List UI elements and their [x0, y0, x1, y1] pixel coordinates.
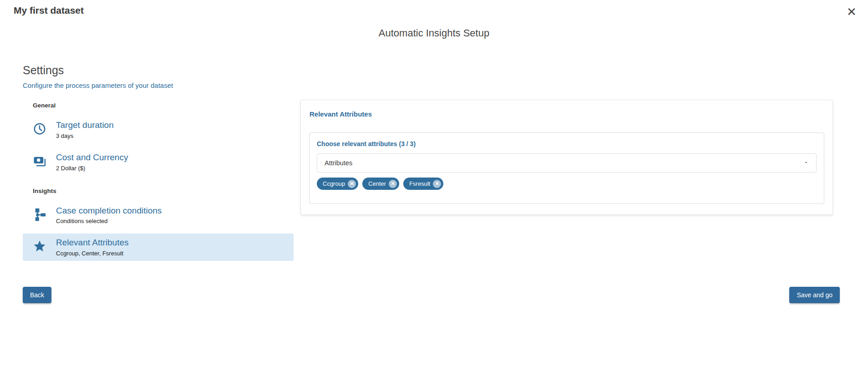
- settings-nav: General Target duration 3 days Cost and …: [23, 98, 294, 266]
- close-icon[interactable]: ✕: [843, 4, 860, 20]
- nav-item-subtitle: Conditions selected: [56, 218, 162, 224]
- chip-ccgroup[interactable]: Ccgroup ✕: [317, 178, 358, 190]
- nav-item-subtitle: 3 days: [56, 132, 114, 139]
- nav-item-case-completion-conditions[interactable]: Case completion conditions Conditions se…: [23, 202, 294, 229]
- nav-item-title: Case completion conditions: [56, 206, 162, 216]
- attribute-chooser-box: Choose relevant attributes (3 / 3) Attri…: [309, 132, 824, 204]
- nav-item-subtitle: 2 Dollar ($): [56, 165, 128, 172]
- chip-remove-icon[interactable]: ✕: [348, 180, 356, 188]
- chip-fsresult[interactable]: Fsresult ✕: [403, 178, 443, 190]
- back-button[interactable]: Back: [23, 287, 51, 303]
- chip-remove-icon[interactable]: ✕: [389, 180, 397, 188]
- nav-item-target-duration[interactable]: Target duration 3 days: [23, 116, 294, 143]
- chip-remove-icon[interactable]: ✕: [433, 180, 441, 188]
- settings-title: Settings: [23, 64, 64, 77]
- attributes-dropdown-value: Attributes: [325, 159, 803, 167]
- chip-center[interactable]: Center ✕: [362, 178, 399, 190]
- chooser-label: Choose relevant attributes (3 / 3): [317, 140, 817, 147]
- nav-item-relevant-attributes[interactable]: Relevant Attributes Ccgroup, Center, Fsr…: [23, 234, 294, 261]
- save-and-go-button[interactable]: Save and go: [789, 287, 840, 303]
- chip-label: Fsresult: [409, 180, 430, 187]
- nav-item-title: Relevant Attributes: [56, 238, 128, 248]
- nav-group-label-insights: Insights: [33, 188, 294, 194]
- attributes-dropdown[interactable]: Attributes: [317, 153, 817, 173]
- nav-item-title: Target duration: [56, 120, 114, 131]
- selected-attribute-chips: Ccgroup ✕ Center ✕ Fsresult ✕: [317, 178, 817, 190]
- clock-icon: [33, 122, 46, 136]
- star-icon: [33, 239, 46, 253]
- card-title: Relevant Attributes: [310, 110, 824, 118]
- chip-label: Center: [368, 180, 386, 187]
- nav-item-title: Cost and Currency: [56, 152, 128, 163]
- chevron-down-icon: [803, 160, 809, 166]
- money-icon: [33, 154, 46, 168]
- nav-item-cost-and-currency[interactable]: Cost and Currency 2 Dollar ($): [23, 148, 294, 176]
- relevant-attributes-card: Relevant Attributes Choose relevant attr…: [300, 100, 833, 215]
- window-title: My first dataset: [14, 5, 84, 16]
- nav-group-label-general: General: [33, 102, 294, 109]
- settings-subtitle: Configure the process parameters of your…: [23, 81, 173, 89]
- page-title: Automatic Insights Setup: [0, 27, 868, 39]
- flow-icon: [33, 208, 46, 221]
- chip-label: Ccgroup: [323, 180, 345, 187]
- nav-item-subtitle: Ccgroup, Center, Fsresult: [56, 250, 128, 257]
